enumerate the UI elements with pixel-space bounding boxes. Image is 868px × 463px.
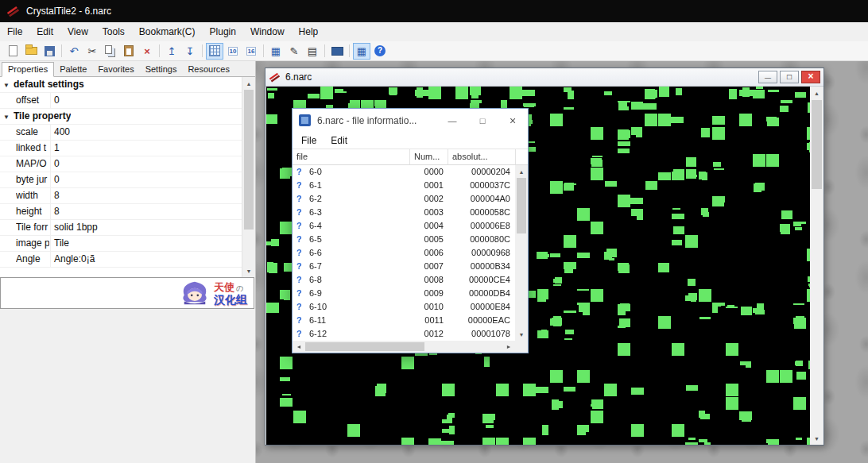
- scrollbar-thumb[interactable]: [517, 178, 526, 233]
- property-group-tile-property[interactable]: Tile property: [0, 109, 242, 125]
- property-row-map[interactable]: MAP/O 0: [0, 156, 242, 172]
- menu-help[interactable]: Help: [292, 22, 326, 41]
- scrollbar-down-button[interactable]: [810, 432, 823, 445]
- property-row-angle[interactable]: Angle Angle:0¡ã: [0, 252, 242, 268]
- collapse-arrow-icon[interactable]: [3, 77, 10, 93]
- file-row[interactable]: 6-11001100000EAC: [293, 314, 515, 327]
- menu-window[interactable]: Window: [243, 22, 292, 41]
- property-value[interactable]: 0: [50, 156, 241, 172]
- property-value[interactable]: 8: [50, 188, 241, 203]
- property-row-height[interactable]: height 8: [0, 204, 242, 220]
- file-row[interactable]: 6-12001200001078: [293, 327, 515, 341]
- decimal-address-icon[interactable]: 10: [224, 43, 242, 60]
- minimize-button[interactable]: [758, 71, 777, 83]
- close-button[interactable]: [801, 71, 820, 83]
- dialog-maximize-button[interactable]: [467, 109, 498, 132]
- column-header-number[interactable]: Num...: [410, 149, 448, 164]
- tile-viewer-scrollbar[interactable]: [810, 87, 823, 445]
- scrollbar-thumb[interactable]: [305, 342, 424, 351]
- file-row[interactable]: 6-0000000000204: [293, 165, 515, 179]
- property-row-tile-format[interactable]: Tile forr solid 1bpp: [0, 220, 242, 236]
- property-group-default-settings[interactable]: default settings: [0, 77, 242, 93]
- save-icon[interactable]: [41, 43, 58, 60]
- dialog-minimize-button[interactable]: [437, 109, 467, 132]
- menu-file[interactable]: File: [0, 22, 29, 41]
- scrollbar-up-button[interactable]: [810, 87, 823, 99]
- page-up-icon[interactable]: ↥: [163, 43, 180, 60]
- paste-icon[interactable]: [120, 43, 138, 60]
- property-value[interactable]: 1: [50, 141, 241, 156]
- property-value[interactable]: 0: [50, 172, 241, 187]
- property-value[interactable]: 8: [50, 204, 241, 219]
- property-value[interactable]: 0: [50, 93, 241, 108]
- file-row[interactable]: 6-6000600000968: [293, 246, 515, 260]
- cut-icon[interactable]: ✂: [83, 43, 101, 60]
- property-value[interactable]: Tile: [50, 236, 241, 251]
- tab-properties[interactable]: Properties: [2, 62, 54, 77]
- scrollbar-down-button[interactable]: [242, 264, 255, 277]
- menu-plugin[interactable]: Plugin: [203, 22, 243, 41]
- property-row-offset[interactable]: offset 0: [0, 93, 242, 109]
- scrollbar-thumb[interactable]: [244, 90, 254, 230]
- menu-tools[interactable]: Tools: [95, 22, 132, 41]
- show-grid-icon[interactable]: ▦: [353, 43, 370, 60]
- page-down-icon[interactable]: ↧: [181, 43, 199, 60]
- file-row[interactable]: 6-9000900000DB4: [293, 287, 515, 300]
- property-value[interactable]: 400: [50, 125, 241, 140]
- scrollbar-up-button[interactable]: [242, 77, 255, 90]
- hex-address-icon[interactable]: 16: [242, 43, 260, 60]
- scrollbar-up-button[interactable]: [515, 165, 528, 178]
- menu-view[interactable]: View: [60, 22, 95, 41]
- file-row[interactable]: 6-10001000000E84: [293, 300, 515, 314]
- dialog-close-button[interactable]: [498, 109, 528, 132]
- tile-table-icon[interactable]: ▦: [267, 43, 285, 60]
- menu-edit[interactable]: Edit: [29, 22, 60, 41]
- tile-viewer-titlebar[interactable]: 6.narc: [265, 68, 823, 87]
- file-row[interactable]: 6-8000800000CE4: [293, 273, 515, 287]
- column-header-file[interactable]: file: [293, 149, 410, 164]
- property-row-scale[interactable]: scale 400: [0, 125, 242, 141]
- scrollbar-right-button[interactable]: [502, 341, 515, 353]
- column-header-offset[interactable]: absolut...: [448, 149, 516, 164]
- file-offset: 00000968: [448, 246, 510, 260]
- menu-bookmark[interactable]: Bookmark(C): [132, 22, 203, 41]
- file-row[interactable]: 6-7000700000B34: [293, 260, 515, 273]
- property-row-width[interactable]: width 8: [0, 188, 242, 204]
- file-row[interactable]: 6-20002000004A0: [293, 192, 515, 206]
- tab-resources[interactable]: Resources: [182, 63, 235, 76]
- property-row-byte-jump[interactable]: byte jur 0: [0, 172, 242, 188]
- dialog-menu-edit[interactable]: Edit: [324, 135, 355, 146]
- undo-icon[interactable]: ↶: [65, 43, 83, 60]
- screen-capture-icon[interactable]: [328, 43, 346, 60]
- file-row[interactable]: 6-100010000037C: [293, 179, 515, 192]
- copy-icon[interactable]: [102, 43, 119, 60]
- collapse-arrow-icon[interactable]: [3, 109, 10, 125]
- property-row-linked-tile[interactable]: linked t 1: [0, 141, 242, 156]
- print-icon[interactable]: ▤: [304, 43, 321, 60]
- new-file-icon[interactable]: [4, 43, 21, 60]
- file-row[interactable]: 6-40004000006E8: [293, 219, 515, 233]
- property-grid-scrollbar[interactable]: [242, 77, 255, 277]
- tab-favorites[interactable]: Favorites: [92, 63, 139, 76]
- scrollbar-thumb[interactable]: [812, 100, 822, 189]
- dialog-horizontal-scrollbar[interactable]: [293, 341, 515, 353]
- file-row[interactable]: 6-300030000058C: [293, 206, 515, 219]
- tab-palette[interactable]: Palette: [54, 63, 92, 76]
- help-icon[interactable]: ?: [371, 43, 389, 60]
- scrollbar-left-button[interactable]: [293, 341, 305, 353]
- dialog-titlebar[interactable]: 6.narc - file informatio...: [293, 109, 528, 132]
- open-file-icon[interactable]: [22, 43, 40, 60]
- scrollbar-down-button[interactable]: [515, 328, 528, 341]
- maximize-button[interactable]: [780, 71, 799, 83]
- delete-icon[interactable]: ×: [138, 43, 156, 60]
- tab-settings[interactable]: Settings: [140, 63, 183, 76]
- dialog-vertical-scrollbar[interactable]: [515, 165, 528, 341]
- app-titlebar[interactable]: CrystalTile2 - 6.narc: [0, 0, 868, 22]
- dialog-menu-file[interactable]: File: [294, 135, 324, 146]
- property-row-image-p[interactable]: image p Tile: [0, 236, 242, 252]
- property-value[interactable]: Angle:0¡ã: [50, 252, 241, 267]
- edit-mode-icon[interactable]: ✎: [285, 43, 303, 60]
- tile-view-icon[interactable]: [206, 43, 223, 60]
- file-row[interactable]: 6-500050000080C: [293, 233, 515, 246]
- property-value[interactable]: solid 1bpp: [50, 220, 241, 235]
